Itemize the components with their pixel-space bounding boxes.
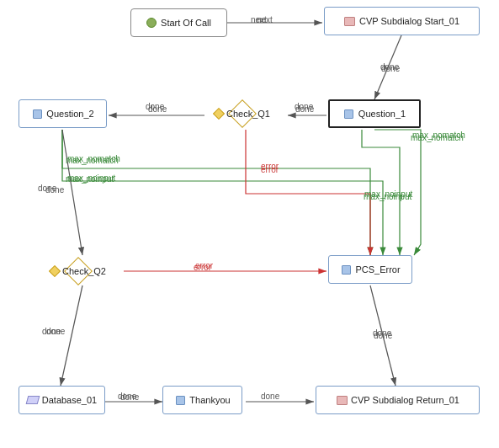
pcs-error-node[interactable]: PCS_Error bbox=[328, 255, 412, 284]
cvp-return-node[interactable]: CVP Subdialog Return_01 bbox=[316, 386, 480, 414]
edge-error-cq2: error bbox=[195, 261, 213, 270]
edge-maxnoinput-q1: max_noinput bbox=[364, 189, 412, 199]
question1-icon bbox=[343, 108, 355, 120]
edge-error-cq1: error bbox=[261, 162, 279, 171]
svg-line-7 bbox=[62, 130, 82, 255]
thankyou-icon bbox=[174, 394, 186, 406]
cvp-start-node[interactable]: CVP Subdialog Start_01 bbox=[324, 7, 480, 35]
pcs-error-icon bbox=[340, 264, 352, 275]
check-q2-icon bbox=[49, 265, 61, 277]
check-q1-node[interactable]: Check_Q1 bbox=[200, 91, 284, 136]
edge-maxnoinput-q2: max_noinput bbox=[67, 173, 115, 183]
cvp-start-label: CVP Subdialog Start_01 bbox=[359, 16, 459, 26]
cvp-return-icon bbox=[336, 394, 348, 406]
edge-done-ty-cvpret: done bbox=[261, 392, 279, 401]
question1-node[interactable]: Question_1 bbox=[328, 99, 421, 128]
question2-icon bbox=[31, 108, 43, 120]
check-q2-label: Check_Q2 bbox=[62, 266, 106, 276]
check-q2-node[interactable]: Check_Q2 bbox=[36, 248, 120, 294]
start-icon bbox=[146, 18, 157, 28]
edge-done-cq2-db: done bbox=[42, 327, 61, 336]
thankyou-node[interactable]: Thankyou bbox=[162, 386, 242, 414]
edge-done-q2-cq2: done bbox=[38, 184, 56, 193]
pcs-error-label: PCS_Error bbox=[355, 264, 400, 275]
check-q1-label: Check_Q1 bbox=[226, 109, 270, 119]
check-q1-icon bbox=[213, 108, 225, 120]
start-of-call-node[interactable]: Start Of Call bbox=[130, 8, 227, 37]
cvp-start-icon bbox=[344, 15, 356, 27]
edge-maxnomatch-q1: max_nomatch bbox=[412, 131, 465, 140]
edge-done-cvp-q1: done bbox=[380, 62, 399, 72]
arrows-layer bbox=[0, 0, 499, 448]
edge-done-pcs-cvpret: done bbox=[373, 328, 391, 338]
start-of-call-label: Start Of Call bbox=[161, 18, 211, 28]
database01-icon bbox=[27, 394, 39, 406]
edge-next-label: next bbox=[257, 15, 273, 24]
database01-label: Database_01 bbox=[42, 395, 97, 405]
edge-done-q1-cq1: done bbox=[295, 102, 313, 111]
edge-done-db-ty: done bbox=[118, 392, 136, 401]
flowchart-canvas: next done done done max_nomatch max_noin… bbox=[0, 0, 499, 448]
question2-label: Question_2 bbox=[46, 109, 93, 119]
edge-done-cq1-q2: done bbox=[146, 102, 164, 111]
edge-maxnomatch-q2: max_nomatch bbox=[67, 154, 120, 163]
cvp-return-label: CVP Subdialog Return_01 bbox=[351, 395, 459, 405]
thankyou-label: Thankyou bbox=[189, 395, 230, 405]
database01-node[interactable]: Database_01 bbox=[19, 386, 105, 414]
question1-label: Question_1 bbox=[358, 109, 406, 119]
question2-node[interactable]: Question_2 bbox=[19, 99, 107, 128]
